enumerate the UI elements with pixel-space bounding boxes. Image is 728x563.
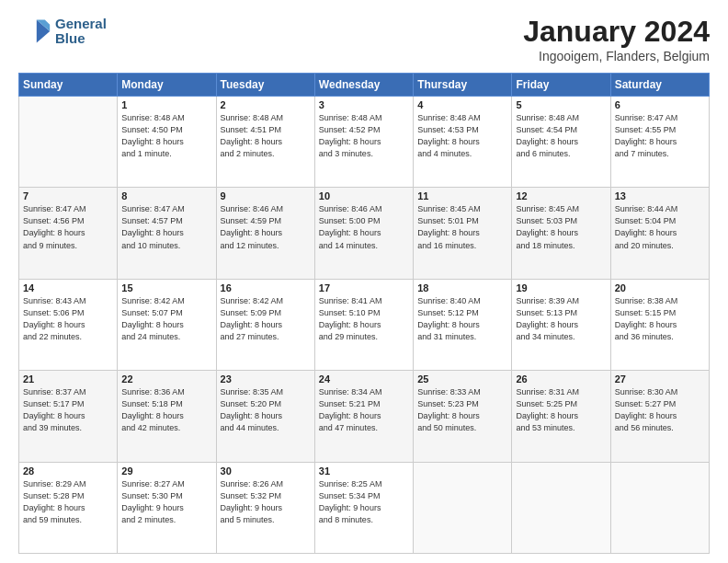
day-info: Sunrise: 8:38 AM Sunset: 5:15 PM Dayligh… xyxy=(615,295,705,343)
calendar-header-row: SundayMondayTuesdayWednesdayThursdayFrid… xyxy=(19,74,710,97)
calendar-week-row: 28Sunrise: 8:29 AM Sunset: 5:28 PM Dayli… xyxy=(19,462,710,553)
day-number: 3 xyxy=(319,99,409,110)
day-number: 7 xyxy=(23,190,113,201)
calendar-week-row: 7Sunrise: 8:47 AM Sunset: 4:56 PM Daylig… xyxy=(19,188,710,279)
calendar-cell: 23Sunrise: 8:35 AM Sunset: 5:20 PM Dayli… xyxy=(216,371,314,462)
logo-icon xyxy=(18,15,51,48)
day-info: Sunrise: 8:47 AM Sunset: 4:57 PM Dayligh… xyxy=(121,203,211,251)
calendar-cell: 6Sunrise: 8:47 AM Sunset: 4:55 PM Daylig… xyxy=(610,97,709,188)
day-number: 16 xyxy=(221,282,311,293)
calendar-cell: 28Sunrise: 8:29 AM Sunset: 5:28 PM Dayli… xyxy=(19,462,118,553)
day-number: 15 xyxy=(121,282,211,293)
day-number: 20 xyxy=(615,282,705,293)
day-info: Sunrise: 8:30 AM Sunset: 5:27 PM Dayligh… xyxy=(615,386,705,434)
day-info: Sunrise: 8:42 AM Sunset: 5:07 PM Dayligh… xyxy=(121,295,211,343)
day-info: Sunrise: 8:48 AM Sunset: 4:50 PM Dayligh… xyxy=(121,112,211,160)
day-header-thursday: Thursday xyxy=(414,74,512,97)
calendar-cell: 19Sunrise: 8:39 AM Sunset: 5:13 PM Dayli… xyxy=(512,279,610,370)
day-number: 12 xyxy=(516,190,606,201)
day-number: 22 xyxy=(121,373,211,385)
day-info: Sunrise: 8:43 AM Sunset: 5:06 PM Dayligh… xyxy=(23,295,113,343)
day-info: Sunrise: 8:45 AM Sunset: 5:01 PM Dayligh… xyxy=(417,203,507,251)
day-number: 27 xyxy=(615,373,705,385)
calendar-cell: 7Sunrise: 8:47 AM Sunset: 4:56 PM Daylig… xyxy=(19,188,118,279)
calendar-cell: 2Sunrise: 8:48 AM Sunset: 4:51 PM Daylig… xyxy=(216,97,314,188)
day-info: Sunrise: 8:45 AM Sunset: 5:03 PM Dayligh… xyxy=(516,203,606,251)
subtitle: Ingooigem, Flanders, Belgium xyxy=(523,49,710,63)
day-number: 25 xyxy=(417,373,507,385)
day-number: 31 xyxy=(319,465,409,477)
calendar-cell: 18Sunrise: 8:40 AM Sunset: 5:12 PM Dayli… xyxy=(414,279,512,370)
calendar-cell: 14Sunrise: 8:43 AM Sunset: 5:06 PM Dayli… xyxy=(19,279,118,370)
calendar-table: SundayMondayTuesdayWednesdayThursdayFrid… xyxy=(18,73,710,554)
day-number: 19 xyxy=(516,282,606,293)
calendar-week-row: 21Sunrise: 8:37 AM Sunset: 5:17 PM Dayli… xyxy=(19,371,710,462)
day-number: 30 xyxy=(221,465,311,477)
day-number: 18 xyxy=(417,282,507,293)
day-number: 24 xyxy=(319,373,409,385)
day-info: Sunrise: 8:48 AM Sunset: 4:53 PM Dayligh… xyxy=(417,112,507,160)
calendar-cell xyxy=(414,462,512,553)
day-number: 9 xyxy=(221,190,311,201)
logo-line2: Blue xyxy=(55,31,107,47)
calendar-cell: 30Sunrise: 8:26 AM Sunset: 5:32 PM Dayli… xyxy=(216,462,314,553)
day-info: Sunrise: 8:41 AM Sunset: 5:10 PM Dayligh… xyxy=(319,295,409,343)
calendar-cell: 24Sunrise: 8:34 AM Sunset: 5:21 PM Dayli… xyxy=(314,371,413,462)
day-info: Sunrise: 8:29 AM Sunset: 5:28 PM Dayligh… xyxy=(23,478,113,526)
day-number: 26 xyxy=(516,373,606,385)
day-number: 11 xyxy=(417,190,507,201)
day-number: 8 xyxy=(121,190,211,201)
calendar-cell: 16Sunrise: 8:42 AM Sunset: 5:09 PM Dayli… xyxy=(216,279,314,370)
calendar-cell: 25Sunrise: 8:33 AM Sunset: 5:23 PM Dayli… xyxy=(414,371,512,462)
day-header-tuesday: Tuesday xyxy=(216,74,314,97)
day-info: Sunrise: 8:44 AM Sunset: 5:04 PM Dayligh… xyxy=(615,203,705,251)
header: General Blue January 2024 Ingooigem, Fla… xyxy=(18,15,710,63)
day-header-monday: Monday xyxy=(118,74,216,97)
day-number: 2 xyxy=(221,99,311,110)
calendar-cell: 26Sunrise: 8:31 AM Sunset: 5:25 PM Dayli… xyxy=(512,371,610,462)
calendar-cell xyxy=(512,462,610,553)
calendar-cell: 22Sunrise: 8:36 AM Sunset: 5:18 PM Dayli… xyxy=(118,371,216,462)
day-info: Sunrise: 8:31 AM Sunset: 5:25 PM Dayligh… xyxy=(516,386,606,434)
calendar-cell: 5Sunrise: 8:48 AM Sunset: 4:54 PM Daylig… xyxy=(512,97,610,188)
day-number: 5 xyxy=(516,99,606,110)
day-info: Sunrise: 8:25 AM Sunset: 5:34 PM Dayligh… xyxy=(319,478,409,526)
day-number: 28 xyxy=(23,465,113,477)
day-number: 23 xyxy=(221,373,311,385)
day-info: Sunrise: 8:47 AM Sunset: 4:55 PM Dayligh… xyxy=(615,112,705,160)
calendar-cell: 3Sunrise: 8:48 AM Sunset: 4:52 PM Daylig… xyxy=(314,97,413,188)
calendar-cell: 12Sunrise: 8:45 AM Sunset: 5:03 PM Dayli… xyxy=(512,188,610,279)
day-number: 21 xyxy=(23,373,113,385)
day-info: Sunrise: 8:42 AM Sunset: 5:09 PM Dayligh… xyxy=(221,295,311,343)
day-info: Sunrise: 8:48 AM Sunset: 4:51 PM Dayligh… xyxy=(221,112,311,160)
calendar-cell xyxy=(610,462,709,553)
calendar-cell: 1Sunrise: 8:48 AM Sunset: 4:50 PM Daylig… xyxy=(118,97,216,188)
day-info: Sunrise: 8:48 AM Sunset: 4:54 PM Dayligh… xyxy=(516,112,606,160)
day-number: 1 xyxy=(121,99,211,110)
day-number: 17 xyxy=(319,282,409,293)
calendar-week-row: 1Sunrise: 8:48 AM Sunset: 4:50 PM Daylig… xyxy=(19,97,710,188)
day-info: Sunrise: 8:39 AM Sunset: 5:13 PM Dayligh… xyxy=(516,295,606,343)
calendar-cell: 21Sunrise: 8:37 AM Sunset: 5:17 PM Dayli… xyxy=(19,371,118,462)
day-info: Sunrise: 8:46 AM Sunset: 5:00 PM Dayligh… xyxy=(319,203,409,251)
day-header-sunday: Sunday xyxy=(19,74,118,97)
day-number: 13 xyxy=(615,190,705,201)
day-number: 6 xyxy=(615,99,705,110)
calendar-cell: 9Sunrise: 8:46 AM Sunset: 4:59 PM Daylig… xyxy=(216,188,314,279)
day-info: Sunrise: 8:33 AM Sunset: 5:23 PM Dayligh… xyxy=(417,386,507,434)
calendar-cell: 31Sunrise: 8:25 AM Sunset: 5:34 PM Dayli… xyxy=(314,462,413,553)
calendar-cell: 8Sunrise: 8:47 AM Sunset: 4:57 PM Daylig… xyxy=(118,188,216,279)
day-info: Sunrise: 8:48 AM Sunset: 4:52 PM Dayligh… xyxy=(319,112,409,160)
calendar-cell: 27Sunrise: 8:30 AM Sunset: 5:27 PM Dayli… xyxy=(610,371,709,462)
calendar-cell: 10Sunrise: 8:46 AM Sunset: 5:00 PM Dayli… xyxy=(314,188,413,279)
day-info: Sunrise: 8:34 AM Sunset: 5:21 PM Dayligh… xyxy=(319,386,409,434)
day-info: Sunrise: 8:46 AM Sunset: 4:59 PM Dayligh… xyxy=(221,203,311,251)
calendar-cell xyxy=(19,97,118,188)
logo: General Blue xyxy=(18,15,107,48)
day-header-friday: Friday xyxy=(512,74,610,97)
calendar-cell: 29Sunrise: 8:27 AM Sunset: 5:30 PM Dayli… xyxy=(118,462,216,553)
calendar-cell: 15Sunrise: 8:42 AM Sunset: 5:07 PM Dayli… xyxy=(118,279,216,370)
main-title: January 2024 xyxy=(523,15,710,49)
day-number: 14 xyxy=(23,282,113,293)
day-header-saturday: Saturday xyxy=(610,74,709,97)
